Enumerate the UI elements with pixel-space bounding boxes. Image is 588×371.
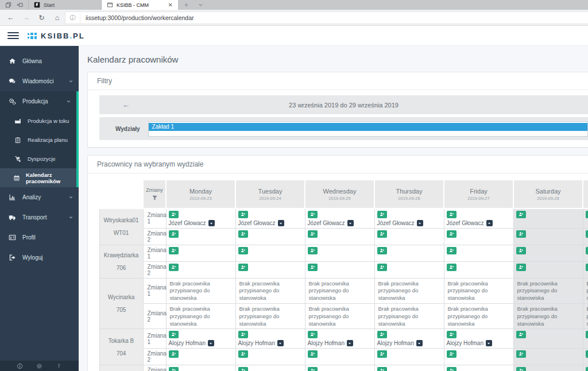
add-worker-button[interactable] <box>447 331 457 338</box>
add-worker-button[interactable] <box>169 264 179 271</box>
calendar-cell <box>513 349 583 365</box>
sidebar-item-plan[interactable]: Realizacja planu <box>0 130 76 149</box>
add-worker-button[interactable] <box>586 264 588 271</box>
person-plus-icon <box>171 212 176 217</box>
sidebar-item-messages[interactable]: Wiadomości <box>0 71 79 91</box>
info-icon[interactable] <box>17 363 23 369</box>
gear-icon[interactable] <box>36 363 42 369</box>
add-worker-button[interactable] <box>238 264 248 271</box>
add-worker-button[interactable] <box>516 331 526 338</box>
add-worker-button[interactable] <box>169 230 179 238</box>
add-worker-button[interactable] <box>516 367 526 371</box>
sidebar-item-profile[interactable]: Profil <box>0 227 79 248</box>
add-worker-button[interactable] <box>377 247 387 254</box>
browser-tab-ksibb[interactable]: KSIBB - CMM ✕ <box>102 0 178 10</box>
sidebar-item-truck[interactable]: Transport <box>0 207 79 227</box>
add-worker-button[interactable] <box>516 247 526 254</box>
tabs-you-set-aside-icon[interactable] <box>5 2 11 8</box>
department-listbox[interactable]: Zakład 1 <box>148 121 588 137</box>
sidebar-item-dispatch[interactable]: Dyspozycje <box>0 149 76 168</box>
add-worker-button[interactable] <box>447 247 457 254</box>
worker-menu-button[interactable] <box>486 220 493 226</box>
worker-menu-button[interactable] <box>417 220 423 226</box>
add-worker-button[interactable] <box>516 230 526 238</box>
close-tab-icon[interactable]: ✕ <box>168 2 173 8</box>
add-worker-button[interactable] <box>308 331 318 338</box>
sidebar-item-home[interactable]: Główna <box>0 51 79 71</box>
add-worker-button[interactable] <box>377 367 387 371</box>
add-worker-button[interactable] <box>447 230 457 238</box>
add-worker-button[interactable] <box>169 350 179 358</box>
worker-menu-button[interactable] <box>347 220 354 226</box>
add-worker-button[interactable] <box>586 331 588 338</box>
department-option-selected[interactable]: Zakład 1 <box>149 123 587 131</box>
add-worker-button[interactable] <box>377 331 387 338</box>
tab-list-chevron-icon[interactable] <box>195 0 207 10</box>
add-worker-button[interactable] <box>447 350 457 358</box>
add-worker-button[interactable] <box>308 211 318 218</box>
menu-toggle-button[interactable] <box>7 30 19 41</box>
add-worker-button[interactable] <box>447 211 457 218</box>
add-worker-button[interactable] <box>586 367 588 371</box>
site-info-icon[interactable]: ⓘ <box>65 12 80 24</box>
help-icon[interactable]: ? <box>56 363 62 369</box>
add-worker-button[interactable] <box>238 367 248 371</box>
worker-menu-button[interactable] <box>416 340 423 346</box>
date-range-text: 23 września 2019 do 29 września 2019 <box>289 102 399 109</box>
add-worker-button[interactable] <box>377 211 387 218</box>
add-worker-button[interactable] <box>516 211 526 218</box>
add-worker-button[interactable] <box>308 350 318 358</box>
worker-menu-button[interactable] <box>347 340 353 346</box>
add-worker-button[interactable] <box>169 211 179 218</box>
set-tabs-aside-icon[interactable] <box>17 2 23 8</box>
add-worker-button[interactable] <box>377 350 387 358</box>
add-worker-button[interactable] <box>169 247 179 254</box>
forward-button[interactable]: → <box>18 14 34 22</box>
worker-menu-button[interactable] <box>277 340 284 346</box>
calendar-cell: Brak pracownika przypisanego do stanowis… <box>583 278 588 303</box>
new-tab-button[interactable]: + <box>178 0 195 10</box>
brand-logo[interactable]: KSIBB.PL <box>28 32 85 40</box>
add-worker-button[interactable] <box>169 331 179 338</box>
add-worker-button[interactable] <box>586 350 588 358</box>
sidebar-item-logout[interactable]: Wyloguj <box>0 248 79 268</box>
add-worker-button[interactable] <box>238 211 248 218</box>
worker-menu-button[interactable] <box>486 340 492 346</box>
add-worker-button[interactable] <box>586 230 588 238</box>
address-bar[interactable]: ⓘ iissetup:3000/production/workercalenda… <box>65 11 588 24</box>
add-worker-button[interactable] <box>308 264 318 271</box>
refresh-button[interactable]: ↻ <box>34 13 49 22</box>
station-name: Krawędziarka <box>100 252 143 258</box>
worker-menu-button[interactable] <box>208 220 215 226</box>
sidebar-item-production[interactable]: Produkcja <box>0 91 76 111</box>
add-worker-button[interactable] <box>308 367 318 371</box>
add-worker-button[interactable] <box>377 264 387 271</box>
add-worker-button[interactable] <box>586 247 588 254</box>
calendar-cell: Brak pracownika przypisanego do stanowis… <box>444 278 513 303</box>
previous-week-arrow-icon[interactable]: ← <box>122 101 130 109</box>
add-worker-button[interactable] <box>586 211 588 218</box>
add-worker-button[interactable] <box>238 350 248 358</box>
add-worker-button[interactable] <box>169 367 179 371</box>
add-worker-button[interactable] <box>238 247 248 254</box>
browser-tab-start[interactable]: Start <box>28 0 102 10</box>
sidebar-item-analytics[interactable]: Analizy <box>0 187 79 207</box>
add-worker-button[interactable] <box>308 247 318 254</box>
add-worker-button[interactable] <box>516 264 526 271</box>
worker-menu-button[interactable] <box>278 220 284 226</box>
add-worker-button[interactable] <box>377 230 387 238</box>
add-worker-button[interactable] <box>238 331 248 338</box>
caret-down-icon <box>278 341 283 346</box>
add-worker-button[interactable] <box>308 230 318 238</box>
add-worker-button[interactable] <box>516 350 526 358</box>
sidebar-item-calendar[interactable]: Kalendarz pracowników <box>0 168 76 187</box>
add-worker-button[interactable] <box>447 264 457 271</box>
filter-funnel-icon[interactable] <box>152 195 158 201</box>
add-worker-button[interactable] <box>238 230 248 238</box>
worker-menu-button[interactable] <box>208 340 214 346</box>
back-button[interactable]: ← <box>3 14 18 22</box>
url-text[interactable]: iissetup:3000/production/workercalendar <box>80 14 194 21</box>
sidebar-item-factory[interactable]: Produkcja w toku <box>0 111 76 130</box>
home-button[interactable]: ⌂ <box>49 14 65 22</box>
add-worker-button[interactable] <box>447 367 457 371</box>
